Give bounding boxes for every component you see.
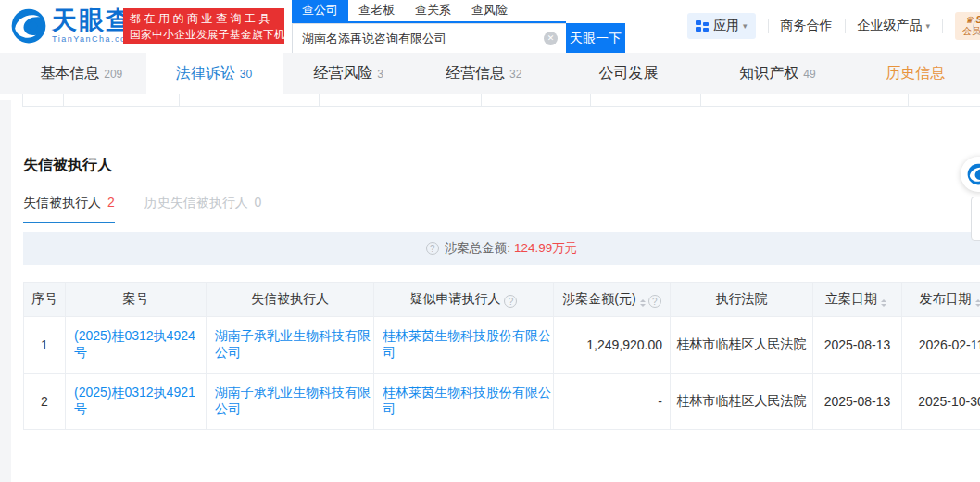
promo-line1: 都在用的商业查询工具 — [130, 11, 278, 27]
tianyancha-swirl-icon — [966, 162, 980, 186]
apps-label: 应用 — [713, 18, 739, 34]
apps-grid-icon — [696, 19, 709, 32]
search-tabs: 查公司 查老板 查关系 查风险 — [292, 0, 566, 23]
dishonest-executee-table: 序号 案号 失信被执行人 疑似申请执行人 ? 涉案金额(元)? 执行法院 立案日… — [23, 282, 980, 430]
summary-label: 涉案总金额: — [445, 240, 510, 257]
tab-business-info[interactable]: 经营信息 32 — [415, 53, 553, 94]
filing-date-cell: 2025-08-13 — [813, 317, 902, 374]
nav-cooperation[interactable]: 商务合作 — [781, 18, 833, 34]
header-nav: 应用 ▾ 商务合作 企业级产品 ▾ ♛ SVIP 会员服务 — [687, 12, 980, 40]
tab-label: 基本信息 — [40, 64, 99, 83]
help-icon[interactable]: ? — [426, 242, 439, 255]
tab-label: 知识产权 — [739, 64, 798, 83]
sort-icon[interactable] — [640, 299, 646, 307]
search-input[interactable] — [292, 23, 566, 54]
scrolled-table-fragment — [22, 94, 980, 107]
tab-operating-risk[interactable]: 经营风险 3 — [283, 53, 415, 94]
court-cell: 桂林市临桂区人民法院 — [671, 317, 813, 374]
crown-icon: ♛ — [965, 15, 974, 25]
tab-count: 49 — [803, 68, 815, 81]
subtab-current-dishonest[interactable]: 失信被执行人 2 — [23, 195, 115, 223]
company-tab-bar: 基本信息 209 法律诉讼 30 经营风险 3 经营信息 32 公司发展 知识产… — [0, 53, 980, 94]
section-subtabs: 失信被执行人 2 历史失信被执行人 0 — [23, 195, 291, 223]
search-button[interactable]: 天眼一下 — [566, 23, 625, 55]
col-amount: 涉案金额(元)? — [554, 283, 671, 317]
tab-history-info[interactable]: 历史信息 — [850, 53, 980, 94]
applicant-link[interactable]: 桂林莱茵生物科技股份有限公司 — [383, 328, 551, 360]
filing-date-cell: 2025-08-13 — [813, 374, 902, 430]
row-index: 2 — [24, 374, 66, 430]
debtor-link[interactable]: 湖南子承乳业生物科技有限公司 — [215, 328, 371, 360]
search-tab-company[interactable]: 查公司 — [292, 0, 348, 21]
tab-count: 32 — [509, 68, 521, 81]
summary-banner: ? 涉案总金额: 124.99万元 — [23, 232, 980, 265]
promo-badge: 都在用的商业查询工具 国家中小企业发展子基金旗下机构 — [123, 8, 284, 44]
tab-basic-info[interactable]: 基本信息 209 — [17, 53, 146, 94]
case-no-link[interactable]: (2025)桂0312执4924号 — [74, 328, 195, 360]
col-applicant: 疑似申请执行人 ? — [374, 283, 554, 317]
subtab-label: 失信被执行人 — [23, 195, 101, 209]
tab-count: 30 — [240, 68, 252, 81]
applicant-link[interactable]: 桂林莱茵生物科技股份有限公司 — [383, 385, 551, 416]
col-court: 执行法院 — [671, 283, 813, 317]
clear-search-icon[interactable]: ✕ — [544, 32, 558, 45]
page-gutter — [0, 100, 11, 482]
subtab-history-dishonest[interactable]: 历史失信被执行人 0 — [144, 195, 262, 223]
tab-count: 209 — [104, 68, 122, 81]
table-header-row: 序号 案号 失信被执行人 疑似申请执行人 ? 涉案金额(元)? 执行法院 立案日… — [24, 283, 980, 317]
search-tab-boss[interactable]: 查老板 — [348, 0, 405, 21]
col-publish-date: 发布日期 — [902, 283, 980, 317]
case-no-link[interactable]: (2025)桂0312执4921号 — [74, 385, 195, 416]
subtab-count: 0 — [255, 195, 262, 209]
tab-legal-proceedings[interactable]: 法律诉讼 30 — [146, 53, 283, 94]
tab-label: 经营风险 — [313, 64, 372, 83]
amount-cell: 1,249,920.00 — [554, 317, 671, 374]
subtab-label: 历史失信被执行人 — [144, 195, 248, 209]
col-filing-date: 立案日期 — [813, 283, 902, 317]
help-icon[interactable]: ? — [648, 295, 661, 308]
publish-date-cell: 2025-10-30 — [902, 374, 980, 430]
search-tab-relation[interactable]: 查关系 — [405, 0, 461, 21]
court-cell: 桂林市临桂区人民法院 — [671, 374, 813, 430]
tab-intellectual-property[interactable]: 知识产权 49 — [704, 53, 850, 94]
floating-logo-widget[interactable] — [961, 157, 980, 192]
row-index: 1 — [24, 317, 66, 374]
tab-label: 历史信息 — [886, 64, 945, 83]
table-row: 2 (2025)桂0312执4921号 湖南子承乳业生物科技有限公司 桂林莱茵生… — [24, 374, 980, 430]
search-area: 查公司 查老板 查关系 查风险 ✕ 天眼一下 — [292, 0, 625, 55]
tianyancha-logo[interactable]: 天眼查 TianYanCha.com — [9, 6, 135, 45]
chevron-down-icon: ▾ — [743, 21, 748, 31]
site-header: 天眼查 TianYanCha.com 都在用的商业查询工具 国家中小企业发展子基… — [0, 0, 980, 53]
sort-icon[interactable] — [975, 299, 980, 307]
col-debtor: 失信被执行人 — [207, 283, 374, 317]
floating-toolbar[interactable] — [971, 197, 980, 241]
debtor-link[interactable]: 湖南子承乳业生物科技有限公司 — [215, 385, 371, 416]
chevron-down-icon: ▾ — [926, 21, 931, 31]
col-case-no: 案号 — [66, 283, 207, 317]
publish-date-cell: 2026-02-11 — [902, 317, 980, 374]
promo-line2: 国家中小企业发展子基金旗下机构 — [130, 27, 278, 42]
tab-label: 法律诉讼 — [176, 64, 235, 83]
amount-cell: - — [554, 374, 671, 430]
summary-value: 124.99万元 — [514, 240, 577, 257]
help-icon[interactable]: ? — [504, 295, 517, 308]
sort-icon[interactable] — [881, 299, 886, 307]
tab-company-development[interactable]: 公司发展 — [553, 53, 705, 94]
nav-enterprise[interactable]: 企业级产品 — [858, 18, 923, 34]
col-index: 序号 — [24, 283, 66, 317]
tab-count: 3 — [377, 68, 383, 81]
tab-label: 经营信息 — [446, 64, 505, 83]
tab-label: 公司发展 — [598, 64, 658, 83]
table-row: 1 (2025)桂0312执4924号 湖南子承乳业生物科技有限公司 桂林莱茵生… — [24, 317, 980, 374]
divider — [768, 19, 769, 33]
tianyancha-swirl-icon — [9, 6, 48, 45]
divider — [942, 19, 943, 33]
divider — [845, 19, 846, 33]
apps-menu[interactable]: 应用 ▾ — [687, 13, 756, 39]
section-title: 失信被执行人 — [23, 156, 112, 175]
subtab-count: 2 — [107, 195, 115, 209]
search-tab-risk[interactable]: 查风险 — [461, 0, 518, 21]
